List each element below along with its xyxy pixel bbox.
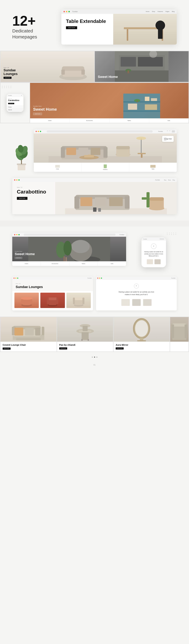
thumb2-overlay: Sweet Home bbox=[95, 72, 189, 82]
svg-rect-57 bbox=[80, 197, 92, 206]
phone-brand: Furnitor bbox=[8, 95, 12, 96]
cara-brand: Furnitor bbox=[155, 179, 160, 181]
section-two-browsers: Furnitor New / 26 Sundae Lounges bbox=[0, 274, 189, 316]
thumb-card-kitchen: Sweet Home bbox=[95, 51, 189, 82]
product-card-extra bbox=[170, 317, 189, 352]
svg-rect-94 bbox=[16, 338, 41, 340]
svg-point-106 bbox=[135, 320, 148, 336]
aura-img bbox=[114, 317, 170, 342]
hero-subtitle-line2: Homepages bbox=[12, 34, 37, 39]
phone-lg-bar: Furnitor bbox=[142, 237, 166, 241]
browser-logo-text: Furnitor bbox=[72, 11, 78, 12]
svg-rect-47 bbox=[116, 146, 130, 149]
pao-btn[interactable]: SHOP NOW bbox=[59, 347, 67, 350]
svg-rect-19 bbox=[123, 101, 160, 102]
cat-sofa[interactable]: Sofa bbox=[149, 118, 189, 123]
product-card-aura: Aura Mirror SHOP NOW bbox=[114, 317, 170, 352]
svg-point-3 bbox=[156, 20, 165, 30]
quote-bar: Furnitor bbox=[96, 276, 177, 280]
page-dot-1[interactable] bbox=[92, 356, 93, 358]
hero-text-block: 12+ Dedicated Homepages bbox=[12, 14, 55, 40]
nav-home: Home bbox=[146, 11, 149, 12]
sw-brand: Furnitor bbox=[120, 234, 124, 236]
svg-rect-83 bbox=[56, 298, 58, 304]
hero-section: 12+ Dedicated Homepages Furnitor Home Sh… bbox=[0, 0, 189, 51]
hero-browser-mockup: Furnitor Home Shop Features Pages Blog T… bbox=[61, 9, 177, 44]
thumb2-title: Sweet Home bbox=[98, 75, 186, 79]
sw-cat-accessories[interactable]: Accessories bbox=[41, 262, 69, 266]
page-dot-3[interactable] bbox=[96, 356, 97, 358]
svg-rect-75 bbox=[66, 257, 67, 261]
svg-rect-93 bbox=[42, 326, 44, 335]
nav-shop: Shop bbox=[152, 11, 155, 12]
svg-rect-61 bbox=[98, 208, 101, 212]
browser-dot-3 bbox=[68, 11, 70, 12]
browser-shop-btn[interactable]: SHOP NOW bbox=[66, 26, 77, 29]
section-carabottino-wide: Furnitor Shop Home Blog New / 16 Carabot… bbox=[0, 178, 189, 220]
sub-chair[interactable]: Chair bbox=[34, 163, 81, 172]
sundae-hero: New / 26 Sundae Lounges bbox=[12, 280, 93, 291]
sundae-title: Sundae Lounges bbox=[16, 285, 90, 289]
aura-btn[interactable]: SHOP NOW bbox=[116, 347, 124, 350]
svg-rect-78 bbox=[21, 297, 32, 300]
cat-tables[interactable]: Tables bbox=[109, 118, 149, 123]
thumb-card-sundae: New / 26 SundaeLounges SHOP NOW bbox=[0, 51, 94, 82]
footer-pagination bbox=[0, 352, 189, 362]
thumb1-btn[interactable]: SHOP NOW bbox=[3, 77, 11, 79]
sw-hero-btn[interactable]: SHOP NOW bbox=[15, 257, 22, 259]
section-living-room: Furnitor bbox=[0, 123, 189, 178]
cat-accessories[interactable]: Accessories bbox=[70, 118, 110, 123]
cara-shop-btn[interactable]: SHOP NOW bbox=[17, 197, 27, 200]
browser-top-bar: Furnitor Home Shop Features Pages Blog bbox=[61, 9, 177, 14]
cat-chairs[interactable]: Chairs bbox=[30, 118, 70, 123]
svg-rect-4 bbox=[158, 29, 163, 39]
hero-subtitle-line1: Dedicated bbox=[12, 28, 33, 33]
sub-planters[interactable]: Planters bbox=[81, 163, 129, 172]
cara-text-panel: New / 16 Carabottino SHOP NOW bbox=[12, 182, 55, 214]
quote-browser: Furnitor F Having a place set aside for … bbox=[96, 276, 177, 310]
page-dot-2-active[interactable] bbox=[94, 356, 95, 358]
svg-rect-87 bbox=[73, 298, 75, 304]
sw-cat-chairs[interactable]: Chairs bbox=[12, 262, 41, 266]
section-divider-1 bbox=[0, 220, 189, 226]
svg-rect-42 bbox=[66, 148, 76, 155]
phone-lg-brand: Furnitor bbox=[143, 238, 147, 240]
browser-dot-2 bbox=[66, 11, 67, 12]
wide-btn[interactable]: SHOP NOW bbox=[33, 113, 42, 115]
sofa-cactus-svg bbox=[55, 182, 177, 214]
svg-rect-56 bbox=[125, 196, 130, 209]
sub-table[interactable]: Table bbox=[129, 163, 177, 172]
quote-content: F Having a place set aside for an activi… bbox=[96, 280, 177, 310]
svg-rect-58 bbox=[95, 197, 107, 206]
sundae-chair-3 bbox=[66, 293, 91, 308]
svg-rect-24 bbox=[151, 98, 157, 101]
living-room-browser: Furnitor bbox=[34, 130, 177, 172]
svg-rect-48 bbox=[141, 138, 142, 154]
plant-section bbox=[12, 135, 31, 172]
cara-product-title: Carabottino bbox=[17, 189, 51, 195]
quote-main-text: Having a place set aside for an activity… bbox=[118, 291, 155, 296]
svg-rect-55 bbox=[74, 196, 79, 209]
svg-rect-60 bbox=[93, 208, 96, 212]
cara-browser-bar: Furnitor Shop Home Blog bbox=[12, 178, 177, 182]
sw-cat-tables[interactable]: Tables bbox=[69, 262, 98, 266]
phone-large-mockup: Furnitor F Having a place set aside for … bbox=[142, 237, 166, 267]
phone-status-bar: Furnitor bbox=[6, 94, 23, 97]
extra-svg bbox=[170, 317, 189, 342]
covent-svg bbox=[0, 317, 57, 342]
sundae-products bbox=[12, 291, 93, 310]
phone-main-content: New / 26 Carabottino SHOP NOW bbox=[6, 97, 23, 105]
sundae-browser: Furnitor New / 26 Sundae Lounges bbox=[12, 276, 93, 310]
cara-content-area: New / 16 Carabottino SHOP NOW bbox=[12, 182, 177, 214]
phone-cta-btn[interactable]: SHOP NOW bbox=[8, 103, 14, 104]
sundae-bar: Furnitor bbox=[12, 276, 93, 280]
svg-rect-95 bbox=[14, 328, 23, 335]
sw-cat-sofa[interactable]: Sofa bbox=[98, 262, 126, 266]
wide-sweet-home: Chairs Accessories Tables Sofa Sundae St… bbox=[30, 83, 189, 123]
wide-title: Sweet Home bbox=[33, 107, 57, 112]
browser-product-title: Table Extendable bbox=[66, 18, 109, 24]
covent-btn[interactable]: SHOP NOW bbox=[2, 348, 10, 350]
svg-rect-20 bbox=[123, 110, 160, 112]
sundae-chair-1 bbox=[14, 293, 39, 308]
nav-features: Features bbox=[158, 11, 163, 12]
